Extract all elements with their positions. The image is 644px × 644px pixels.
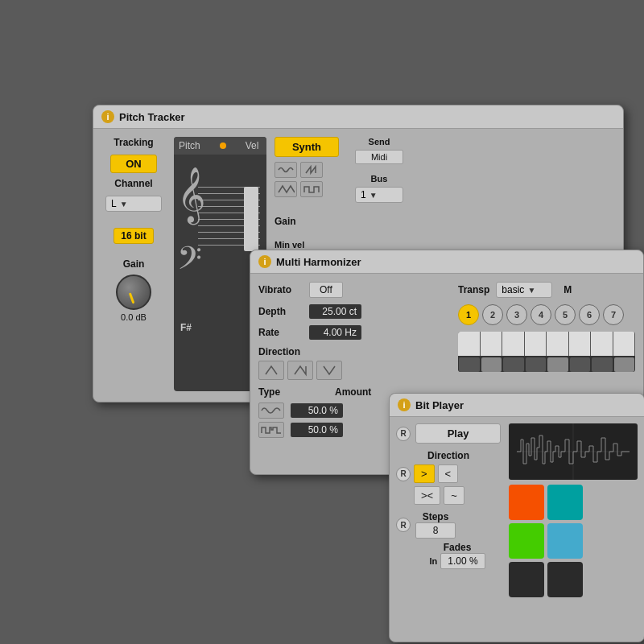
rate-value[interactable]: 4.00 Hz bbox=[309, 325, 361, 340]
tracking-on-button[interactable]: ON bbox=[110, 155, 157, 173]
piano-key-white-2[interactable] bbox=[481, 332, 503, 356]
pad-green[interactable] bbox=[509, 523, 544, 559]
pitch-tracker-info-icon[interactable]: i bbox=[101, 110, 114, 123]
bit-player-body: R Play Direction R > < >< ~ R bbox=[390, 417, 644, 639]
multi-harmonizer-title: Multi Harmonizer bbox=[276, 256, 361, 268]
min-vel-label: Min vel bbox=[275, 240, 304, 250]
direction-section-bp: Direction R > < >< ~ bbox=[396, 450, 501, 505]
dir-buttons-row-1: R > < bbox=[396, 464, 501, 483]
key-indicator-4 bbox=[526, 357, 547, 372]
harmony-circle-2[interactable]: 2 bbox=[482, 304, 503, 325]
play-button[interactable]: Play bbox=[415, 423, 501, 444]
depth-value[interactable]: 25.00 ct bbox=[309, 304, 361, 319]
pad-row-3 bbox=[509, 562, 638, 597]
pad-lightblue[interactable] bbox=[547, 523, 583, 559]
gain-small-label: Gain bbox=[275, 216, 296, 227]
type-amount-value-1[interactable]: 50.0 % bbox=[291, 403, 343, 418]
pulse-type-icon[interactable] bbox=[258, 422, 284, 438]
pad-dark-2[interactable] bbox=[547, 562, 583, 597]
harmony-circle-5[interactable]: 5 bbox=[555, 304, 576, 325]
dir-forward-button[interactable]: > bbox=[414, 464, 435, 483]
color-pads bbox=[509, 485, 638, 597]
depth-row: Depth 25.00 ct bbox=[258, 304, 446, 319]
key-indicator-2 bbox=[481, 357, 502, 372]
dir-backward-button[interactable]: < bbox=[438, 464, 459, 483]
vibrato-label: Vibrato bbox=[258, 284, 303, 295]
piano-roll bbox=[458, 332, 635, 372]
steps-fades-section: R Steps 8 Fades In 1.00 % bbox=[396, 511, 501, 569]
piano-key-white-1[interactable] bbox=[458, 332, 481, 356]
transp-arrow-icon: ▼ bbox=[527, 286, 535, 295]
harmony-circle-3[interactable]: 3 bbox=[506, 304, 527, 325]
dir-random-button[interactable]: ~ bbox=[444, 486, 464, 505]
channel-value: L bbox=[111, 198, 117, 209]
pad-teal[interactable] bbox=[547, 485, 583, 520]
harmony-circle-6[interactable]: 6 bbox=[579, 304, 600, 325]
dir-bounce-button[interactable]: >< bbox=[414, 486, 440, 505]
sine-wave-icon[interactable] bbox=[275, 162, 297, 178]
piano-key-white-8[interactable] bbox=[613, 332, 636, 356]
bass-clef: 𝄢 bbox=[177, 243, 202, 282]
direction-sawtooth-icon[interactable] bbox=[287, 361, 313, 380]
vel-tab[interactable]: Vel bbox=[246, 140, 259, 151]
steps-r-badge[interactable]: R bbox=[396, 518, 411, 532]
piano-key-white-6[interactable] bbox=[569, 332, 592, 356]
harmony-circle-7[interactable]: 7 bbox=[603, 304, 624, 325]
treble-clef: 𝄞 bbox=[177, 171, 205, 219]
type-amount-value-2[interactable]: 50.0 % bbox=[291, 423, 343, 437]
fades-section: Fades In 1.00 % bbox=[414, 542, 501, 569]
steps-value[interactable]: 8 bbox=[415, 522, 456, 539]
piano-key-white-4[interactable] bbox=[525, 332, 547, 356]
piano-key-white-7[interactable] bbox=[591, 332, 613, 356]
piano-key-white-5[interactable] bbox=[547, 332, 569, 356]
orange-dot-indicator bbox=[220, 142, 226, 149]
pt-left-controls: Tracking ON Channel L ▼ 16 bit Gain 0.0 … bbox=[101, 137, 166, 391]
waveform-display bbox=[509, 423, 638, 480]
rate-row: Rate 4.00 Hz bbox=[258, 325, 446, 340]
note-label: F# bbox=[180, 322, 192, 333]
pitch-tab[interactable]: Pitch bbox=[179, 140, 200, 151]
pad-row-2 bbox=[509, 523, 638, 559]
harmony-circle-1[interactable]: 1 bbox=[458, 304, 479, 325]
pad-dark-1[interactable] bbox=[509, 562, 544, 597]
amount-header-label: Amount bbox=[335, 386, 379, 398]
type-header-label: Type bbox=[258, 386, 303, 398]
bus-label: Bus bbox=[355, 174, 403, 184]
gain-label: Gain bbox=[123, 258, 145, 270]
square-wave-icon[interactable] bbox=[300, 181, 323, 197]
transp-value: basic bbox=[502, 284, 524, 295]
direction-up-icon[interactable] bbox=[258, 361, 284, 380]
piano-key-white-3[interactable] bbox=[502, 332, 525, 356]
channel-arrow-icon: ▼ bbox=[120, 200, 128, 208]
bus-dropdown[interactable]: 1 ▼ bbox=[355, 187, 403, 203]
bus-section: Bus 1 ▼ bbox=[355, 174, 403, 203]
transp-row: Transp basic ▼ M bbox=[458, 282, 635, 298]
harmony-circle-4[interactable]: 4 bbox=[530, 304, 551, 325]
pad-orange[interactable] bbox=[509, 485, 544, 520]
channel-dropdown[interactable]: L ▼ bbox=[105, 196, 162, 212]
sine-type-icon[interactable] bbox=[258, 402, 284, 419]
fades-value[interactable]: 1.00 % bbox=[440, 553, 485, 569]
transp-label: Transp bbox=[458, 284, 489, 295]
direction-r-badge[interactable]: R bbox=[396, 467, 411, 481]
steps-control: Steps 8 bbox=[415, 511, 456, 539]
direction-label: Direction bbox=[258, 346, 446, 357]
direction-down-icon[interactable] bbox=[316, 361, 342, 380]
vibrato-off-button[interactable]: Off bbox=[309, 282, 343, 298]
midi-button[interactable]: Midi bbox=[355, 150, 403, 164]
pitch-tracker-title: Pitch Tracker bbox=[119, 111, 185, 123]
multi-harmonizer-info-icon[interactable]: i bbox=[258, 255, 271, 268]
transp-dropdown[interactable]: basic ▼ bbox=[496, 282, 552, 298]
bit-player-info-icon[interactable]: i bbox=[398, 398, 411, 411]
gain-knob[interactable] bbox=[116, 275, 151, 310]
bus-arrow-icon: ▼ bbox=[369, 191, 378, 200]
bit-player-titlebar: i Bit Player bbox=[390, 394, 644, 417]
play-r-badge[interactable]: R bbox=[396, 427, 411, 441]
bp-right-display bbox=[509, 423, 638, 633]
harmony-circles: 1 2 3 4 5 6 7 bbox=[458, 304, 635, 325]
sawtooth-wave-icon[interactable] bbox=[300, 162, 323, 178]
pad-row-1 bbox=[509, 485, 638, 520]
triangle-wave-icon[interactable] bbox=[275, 181, 297, 197]
synth-button[interactable]: Synth bbox=[275, 137, 339, 157]
piano-key-indicators bbox=[458, 357, 635, 372]
